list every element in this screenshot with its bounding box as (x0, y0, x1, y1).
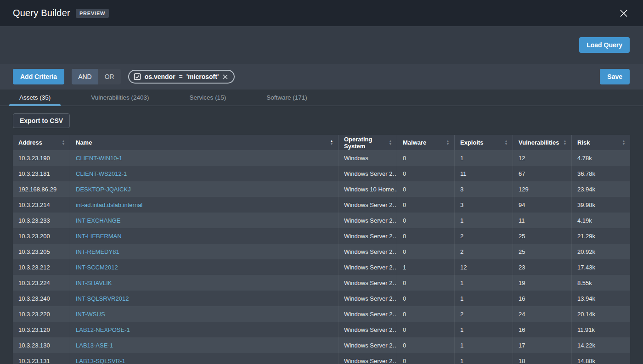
asset-name-link[interactable]: DESKTOP-JQAICKJ (76, 186, 131, 193)
cell-exploits: 1 (455, 291, 513, 306)
cell-name: INT-SCCM2012 (70, 259, 338, 275)
table-row: 10.3.23.240INT-SQLSRVR2012Windows Server… (13, 291, 630, 306)
tab-software[interactable]: Software (171) (256, 90, 317, 106)
sort-icon[interactable]: ▲▼ (504, 140, 508, 146)
sort-icon[interactable]: ▲▼ (330, 140, 333, 146)
cell-address: 10.3.23.224 (13, 275, 70, 291)
asset-name-link[interactable]: INT-SHAVLIK (76, 280, 112, 286)
table-row: 10.3.23.233INT-EXCHANGEWindows Server 2…… (13, 213, 630, 228)
asset-name-link[interactable]: INT-SQLSRVR2012 (76, 295, 129, 302)
asset-name-link[interactable]: CLIENT-WIN10-1 (76, 155, 122, 162)
cell-vulnerabilities: 67 (513, 166, 572, 181)
cell-vulnerabilities: 16 (513, 322, 572, 337)
column-label: Operating System (344, 136, 389, 150)
cell-name: INT-SHAVLIK (70, 275, 338, 291)
load-query-button[interactable]: Load Query (579, 37, 630, 53)
column-header-address[interactable]: Address▲▼ (13, 135, 70, 150)
column-label: Malware (403, 139, 426, 146)
asset-name-link[interactable]: INT-WSUS (76, 311, 105, 318)
cell-exploits: 12 (455, 259, 513, 275)
cell-risk: 21.29k (572, 228, 630, 244)
save-button[interactable]: Save (600, 69, 630, 84)
assets-table: Address▲▼Name▲▼Operating System▲▼Malware… (13, 135, 630, 364)
tab-services[interactable]: Services (15) (180, 90, 237, 106)
criteria-value: 'microsoft' (186, 73, 219, 80)
cell-malware: 0 (397, 181, 455, 197)
cell-exploits: 11 (455, 166, 513, 181)
tab-vulnerabilities[interactable]: Vulnerabilities (2403) (81, 90, 159, 106)
asset-name-link[interactable]: LAB13-ASE-1 (76, 342, 113, 349)
cell-os: Windows Server 2… (338, 291, 397, 306)
cell-risk: 14.88k (572, 353, 630, 364)
column-label: Exploits (460, 139, 484, 146)
export-to-csv-button[interactable]: Export to CSV (13, 113, 70, 128)
asset-name-link[interactable]: INT-SCCM2012 (76, 264, 118, 271)
tab-assets[interactable]: Assets (35) (9, 90, 61, 106)
cell-name: INT-SQLSRVR2012 (70, 291, 338, 306)
criteria-operator: = (179, 73, 183, 80)
cell-malware: 0 (397, 353, 455, 364)
sort-icon[interactable]: ▲▼ (563, 140, 567, 146)
table-row: 10.3.23.130LAB13-ASE-1Windows Server 2…0… (13, 337, 630, 353)
preview-badge: PREVIEW (76, 9, 109, 18)
criteria-chip[interactable]: os.vendor = 'microsoft' (128, 70, 235, 84)
add-criteria-button[interactable]: Add Criteria (13, 69, 64, 84)
column-header-os[interactable]: Operating System▲▼ (338, 135, 397, 150)
asset-name-link[interactable]: INT-REMEDY81 (76, 248, 119, 255)
checkbox-checked-icon[interactable] (134, 73, 141, 80)
asset-name-link[interactable]: int-ad.intad.dslab.internal (76, 202, 142, 208)
table-row: 10.3.23.220INT-WSUSWindows Server 2…0224… (13, 306, 630, 322)
cell-vulnerabilities: 16 (513, 291, 572, 306)
cell-risk: 8.55k (572, 275, 630, 291)
asset-name-link[interactable]: INT-LIEBERMAN (76, 233, 122, 240)
table-row: 10.3.23.190CLIENT-WIN10-1Windows01124.78… (13, 150, 630, 166)
query-canvas: Load Query (0, 26, 643, 64)
cell-address: 10.3.23.190 (13, 150, 70, 166)
cell-address: 10.3.23.130 (13, 337, 70, 353)
cell-vulnerabilities: 94 (513, 197, 572, 213)
cell-os: Windows Server 2… (338, 259, 397, 275)
column-header-risk[interactable]: Risk▲▼ (572, 135, 630, 150)
column-header-malware[interactable]: Malware▲▼ (397, 135, 455, 150)
table-row: 10.3.23.212INT-SCCM2012Windows Server 2…… (13, 259, 630, 275)
criteria-field: os.vendor (145, 73, 175, 80)
cell-name: LAB12-NEXPOSE-1 (70, 322, 338, 337)
column-label: Risk (577, 139, 590, 146)
cell-name: INT-EXCHANGE (70, 213, 338, 228)
table-row: 10.3.23.224INT-SHAVLIKWindows Server 2…0… (13, 275, 630, 291)
cell-risk: 23.94k (572, 181, 630, 197)
cell-risk: 17.43k (572, 259, 630, 275)
cell-risk: 13.94k (572, 291, 630, 306)
cell-vulnerabilities: 24 (513, 306, 572, 322)
cell-exploits: 1 (455, 322, 513, 337)
cell-os: Windows Server 2… (338, 228, 397, 244)
or-toggle[interactable]: OR (98, 69, 121, 84)
page-title: Query Builder (13, 8, 70, 18)
asset-name-link[interactable]: LAB13-SQLSVR-1 (76, 358, 125, 364)
and-or-toggle: AND OR (72, 69, 121, 84)
cell-name: INT-WSUS (70, 306, 338, 322)
sort-icon[interactable]: ▲▼ (446, 140, 450, 146)
remove-criteria-icon[interactable] (222, 74, 228, 80)
asset-name-link[interactable]: CLIENT-WS2012-1 (76, 170, 127, 177)
cell-exploits: 1 (455, 275, 513, 291)
cell-name: LAB13-SQLSVR-1 (70, 353, 338, 364)
sort-icon[interactable]: ▲▼ (622, 140, 626, 146)
sort-icon[interactable]: ▲▼ (389, 140, 392, 146)
cell-malware: 0 (397, 228, 455, 244)
cell-malware: 0 (397, 337, 455, 353)
cell-vulnerabilities: 23 (513, 259, 572, 275)
cell-os: Windows Server 2… (338, 306, 397, 322)
cell-malware: 0 (397, 275, 455, 291)
column-header-exploits[interactable]: Exploits▲▼ (455, 135, 513, 150)
sort-icon[interactable]: ▲▼ (62, 140, 65, 146)
close-icon[interactable] (617, 7, 630, 20)
asset-name-link[interactable]: LAB12-NEXPOSE-1 (76, 326, 130, 333)
and-toggle[interactable]: AND (72, 69, 98, 84)
cell-os: Windows Server 2… (338, 275, 397, 291)
asset-name-link[interactable]: INT-EXCHANGE (76, 217, 121, 224)
cell-address: 10.3.23.214 (13, 197, 70, 213)
cell-vulnerabilities: 25 (513, 228, 572, 244)
column-header-vulnerabilities[interactable]: Vulnerabilities▲▼ (513, 135, 572, 150)
column-header-name[interactable]: Name▲▼ (70, 135, 338, 150)
